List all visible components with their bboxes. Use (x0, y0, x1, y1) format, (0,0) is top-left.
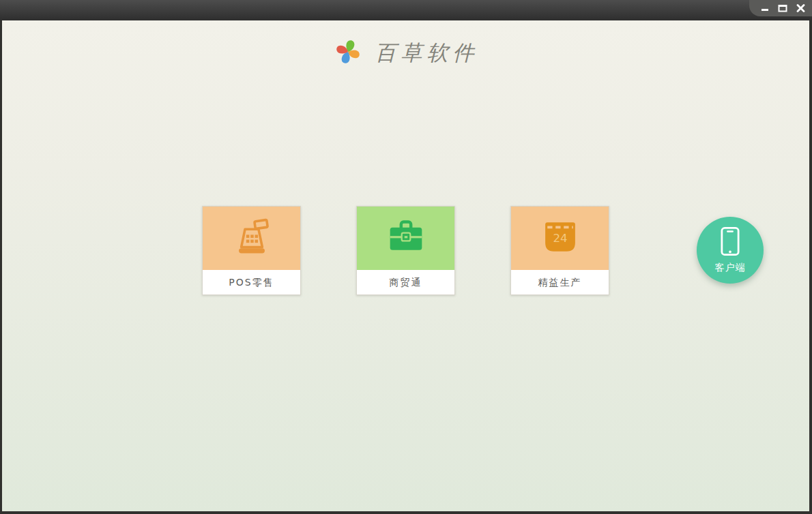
smartphone-icon (721, 226, 740, 258)
product-card-pos-retail[interactable]: POS零售 (202, 206, 301, 295)
app-window: 百草软件 POS零售 (0, 0, 812, 514)
brand-header: 百草软件 (2, 37, 809, 70)
client-button-label: 客户端 (715, 262, 746, 274)
product-tile (357, 207, 454, 270)
close-button[interactable] (793, 1, 808, 15)
maximize-button[interactable] (775, 1, 790, 15)
product-card-label: 精益生产 (511, 270, 609, 294)
product-tile (203, 207, 300, 270)
product-card-lean-production[interactable]: 24 精益生产 (510, 206, 609, 295)
product-card-label: 商贸通 (357, 270, 454, 294)
maximize-icon (778, 4, 787, 12)
calendar-icon: 24 (543, 220, 577, 257)
client-app-button[interactable]: 客户端 (697, 217, 764, 284)
minimize-button[interactable] (757, 1, 772, 15)
product-tile: 24 (511, 207, 609, 270)
close-icon (796, 4, 805, 12)
window-controls (749, 0, 812, 16)
cash-register-icon (232, 218, 272, 259)
main-content: 百草软件 POS零售 (2, 20, 809, 511)
product-card-trade[interactable]: 商贸通 (356, 206, 455, 295)
app-title: 百草软件 (375, 39, 479, 67)
calendar-day-number: 24 (553, 232, 567, 245)
minimize-icon (760, 4, 770, 12)
pinwheel-logo-icon (333, 37, 363, 70)
product-card-label: POS零售 (203, 270, 300, 294)
briefcase-icon (386, 220, 426, 258)
titlebar[interactable] (0, 0, 812, 20)
